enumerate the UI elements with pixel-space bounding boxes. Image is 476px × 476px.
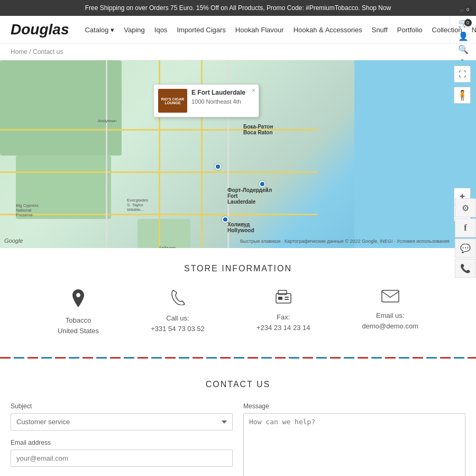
message-label: Message	[243, 402, 465, 410]
nav-iqos[interactable]: Iqos	[154, 26, 168, 34]
email-group: Email address	[11, 439, 233, 467]
settings-icon: ⚙	[462, 203, 469, 213]
breadcrumb: Home / Contact us	[0, 44, 476, 60]
map-background: Бока-РатонBoca Raton Форт-ЛодердейлFortL…	[0, 60, 476, 248]
map-pin-1[interactable]	[259, 181, 266, 187]
cart-badge: 0	[464, 19, 472, 26]
cart-button[interactable]: 🛒 0	[453, 18, 474, 28]
nav-hookah-accessories[interactable]: Hookah & Accessories	[294, 26, 362, 34]
map-label-fort-lauderdale: Форт-ЛодердейлFortLauderdale	[227, 187, 272, 205]
search-button[interactable]: 🔍	[453, 44, 474, 54]
subject-select[interactable]: Customer service General inquiry Order i…	[11, 413, 233, 431]
contact-title: CONTACT US	[11, 380, 465, 389]
streetview-icon: 🧍	[456, 89, 468, 101]
map-popup-title: E Fort Lauderdale	[191, 89, 245, 96]
map-road7	[106, 60, 107, 248]
search-icon: 🔍	[458, 44, 469, 54]
contact-left-column: Subject Customer service General inquiry…	[11, 402, 233, 476]
store-email-text: Email us: demo@demo.com	[362, 310, 418, 331]
account-button[interactable]: 👤	[453, 31, 474, 41]
contact-right-column: Message	[243, 402, 465, 476]
store-fax-text: Fax: +234 23 14 23 14	[257, 312, 310, 333]
fax-icon	[275, 289, 292, 308]
email-input[interactable]	[11, 450, 233, 467]
store-info-section: STORE INFORMATION Tobacco United States …	[0, 248, 476, 346]
map-label-hollywood: ХоливудHollywood	[227, 222, 254, 233]
breadcrumb-current: Contact us	[33, 48, 63, 56]
right-sidebar: ⚙ f 💬 📞	[455, 198, 476, 278]
contact-section: CONTACT US Subject Customer service Gene…	[0, 369, 476, 476]
nav-catalog[interactable]: Catalog ▾	[85, 26, 114, 34]
wishlist-button[interactable]: ♡	[453, 0, 474, 2]
email-label: Email address	[11, 439, 233, 446]
map-popup: RIO'S CIGARLOUNGE E Fort Lauderdale 1000…	[153, 84, 259, 117]
heart-icon: ♡	[460, 0, 467, 2]
nav-portfolio[interactable]: Portfolio	[397, 26, 423, 34]
nav-imported-cigars[interactable]: Imported Cigars	[177, 26, 225, 34]
nav-vaping[interactable]: Vaping	[124, 26, 145, 34]
banner-text: Free Shipping on over Orders 75 Euro. 15…	[85, 4, 391, 12]
message-textarea[interactable]	[243, 413, 465, 476]
subject-group: Subject Customer service General inquiry…	[11, 402, 233, 431]
map-pin-popup[interactable]	[215, 163, 221, 170]
fullscreen-icon: ⛶	[459, 70, 466, 78]
compare-badge: 0	[464, 6, 472, 13]
phone-sidebar-button[interactable]: 📞	[455, 259, 476, 278]
store-email-item: Email us: demo@demo.com	[362, 289, 418, 331]
header-icon-group: ♡ ⇌ 0 🛒 0 👤 🔍 ⚑	[450, 16, 476, 43]
facebook-icon: f	[464, 223, 466, 233]
map-streetview-button[interactable]: 🧍	[454, 87, 471, 104]
store-fax-item: Fax: +234 23 14 23 14	[257, 289, 310, 333]
svg-rect-3	[285, 297, 289, 298]
account-icon: 👤	[458, 31, 469, 41]
map-attribution: Быстрые клавиши · Картографические данны…	[240, 239, 450, 244]
svg-rect-4	[285, 299, 289, 300]
map-fullscreen-button[interactable]: ⛶	[454, 66, 471, 83]
store-phone-item: Call us: +331 54 73 03 52	[151, 289, 205, 334]
nav-hookah-flavour[interactable]: Hookah Flavour	[235, 26, 284, 34]
map-park1	[0, 60, 122, 155]
message-group: Message	[243, 402, 465, 476]
svg-rect-1	[278, 290, 287, 295]
map-container[interactable]: Бока-РатонBoca Raton Форт-ЛодердейлFortL…	[0, 60, 476, 248]
whatsapp-sidebar-button[interactable]: 💬	[455, 239, 476, 258]
nav-snuff[interactable]: Snuff	[372, 26, 388, 34]
map-popup-address: 1000 Northeast 4th	[191, 98, 245, 105]
contact-form: Subject Customer service General inquiry…	[11, 402, 465, 476]
map-label-hialeah: ХайалияHialeah	[159, 245, 176, 248]
store-info-grid: Tobacco United States Call us: +331 54 7…	[11, 289, 465, 336]
store-location-item: Tobacco United States	[58, 289, 99, 336]
store-location-text: Tobacco United States	[58, 315, 99, 336]
map-label-everglades: EvergladesS. TaylorWildlife...	[127, 198, 148, 212]
store-phone-text: Call us: +331 54 73 03 52	[151, 313, 205, 334]
map-label-cypress: Big CypressNationalPreserve	[16, 203, 39, 217]
whatsapp-icon: 💬	[460, 243, 471, 253]
svg-rect-2	[278, 297, 282, 300]
location-icon	[70, 289, 86, 311]
top-banner: Free Shipping on over Orders 75 Euro. 15…	[0, 0, 476, 16]
map-label-andytown: Andytown	[98, 118, 116, 123]
facebook-sidebar-button[interactable]: f	[455, 218, 476, 237]
phone-contact-icon: 📞	[460, 263, 471, 273]
map-popup-info: E Fort Lauderdale 1000 Northeast 4th	[191, 89, 245, 113]
store-info-title: STORE INFORMATION	[11, 264, 465, 273]
map-logo: Google	[4, 237, 23, 244]
settings-sidebar-button[interactable]: ⚙	[455, 198, 476, 217]
phone-icon	[170, 289, 186, 309]
section-divider	[0, 357, 476, 359]
map-popup-close-button[interactable]: ×	[252, 87, 255, 94]
email-icon	[381, 289, 399, 306]
header: Douglas Catalog ▾ Vaping Iqos Imported C…	[0, 16, 476, 44]
svg-rect-5	[382, 290, 399, 302]
subject-label: Subject	[11, 402, 233, 410]
map-pin-2[interactable]	[222, 216, 228, 223]
breadcrumb-home[interactable]: Home	[11, 48, 28, 56]
map-label-boca-raton: Бока-РатонBoca Raton	[243, 124, 273, 135]
compare-button[interactable]: ⇌ 0	[453, 5, 474, 15]
map-park3	[138, 219, 190, 248]
main-nav: Catalog ▾ Vaping Iqos Imported Cigars Ho…	[85, 26, 476, 34]
map-popup-image: RIO'S CIGARLOUNGE	[158, 89, 187, 113]
logo[interactable]: Douglas	[11, 21, 69, 38]
